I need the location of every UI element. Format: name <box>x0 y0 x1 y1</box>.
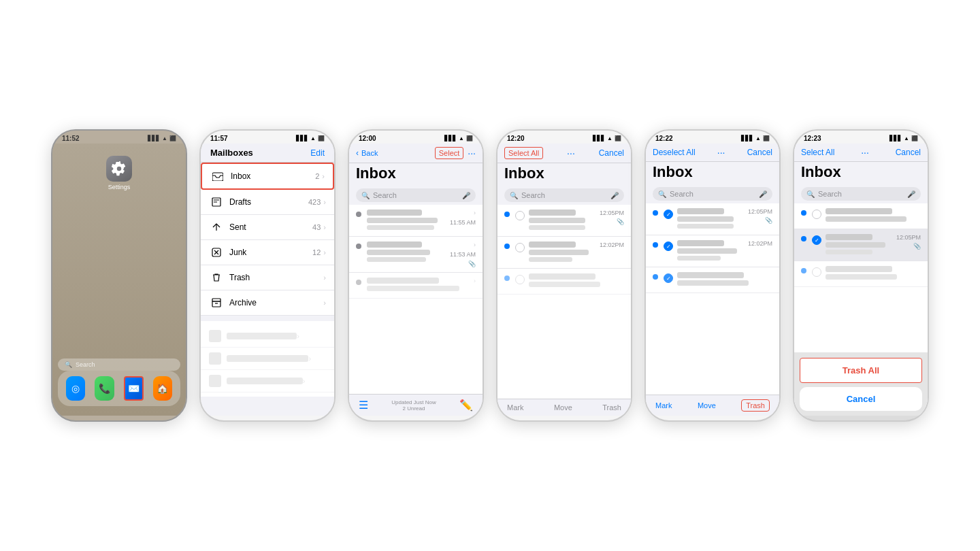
dot-col-4-3 <box>504 273 511 281</box>
email-preview-3-2 <box>367 257 426 262</box>
email-item-6-1[interactable] <box>794 203 928 229</box>
edit-button[interactable]: Edit <box>310 148 325 158</box>
circle-4-3[interactable] <box>515 275 525 284</box>
email-time-4-2: 12:02PM <box>600 241 624 248</box>
dock-mail-icon[interactable]: ✉️ <box>124 376 144 401</box>
trash-button-5[interactable]: Trash <box>741 399 770 412</box>
email-dot-3-3 <box>356 280 361 285</box>
more-button-4[interactable]: ··· <box>567 148 575 158</box>
account-rows: › › › <box>201 321 334 397</box>
email-subject-4-1 <box>529 218 585 223</box>
circle-5-2[interactable] <box>664 241 673 251</box>
circle-4-2[interactable] <box>515 243 525 252</box>
more-button-5[interactable]: ··· <box>717 147 725 158</box>
email-list-5: 12:05PM 📎 <box>646 203 779 395</box>
inbox-chevron: › <box>322 172 325 180</box>
cancel-button-6[interactable]: Cancel <box>896 148 921 157</box>
signal-icon-4: ▋▋▋ <box>593 135 605 141</box>
battery-icon-6: ⬛ <box>911 135 918 141</box>
cancel-action-button[interactable]: Cancel <box>800 387 922 411</box>
wifi-icon-1: ▲ <box>162 135 167 141</box>
mailboxes-title: Mailboxes <box>210 148 253 158</box>
email-item-5-3[interactable] <box>646 267 779 293</box>
search-label-home: Search <box>76 361 95 368</box>
email-item-4-2[interactable]: 12:02PM <box>497 237 631 269</box>
email-item-5-2[interactable]: 12:02PM <box>646 235 779 267</box>
search-bar-4[interactable]: 🔍 Search 🎤 <box>504 188 624 202</box>
more-button-6[interactable]: ··· <box>861 147 869 158</box>
sent-chevron: › <box>323 223 326 231</box>
search-bar-3[interactable]: 🔍 Search 🎤 <box>356 188 476 202</box>
email-dot-6-3 <box>801 268 806 273</box>
more-button-3[interactable]: ··· <box>468 148 476 158</box>
email-item-3-3[interactable]: › <box>349 273 483 299</box>
drafts-item[interactable]: Drafts 423 › <box>201 190 334 215</box>
check-col-4-3 <box>515 273 525 284</box>
dock-phone-icon[interactable]: 📞 <box>95 376 114 401</box>
cancel-button-4[interactable]: Cancel <box>599 148 624 158</box>
circle-5-3[interactable] <box>664 273 673 283</box>
mail-list: Inbox 2 › Drafts 423 <box>201 163 334 416</box>
search-bar-6[interactable]: 🔍 Search 🎤 <box>801 187 921 201</box>
updated-text-3: Updated Just Now <box>391 399 436 405</box>
search-bar-5[interactable]: 🔍 Search 🎤 <box>653 187 772 201</box>
phone-3-frame: 12:00 ▋▋▋ ▲ ⬛ ‹ Back Select ··· Inbox <box>348 129 484 422</box>
dock-safari-icon[interactable]: ◎ <box>66 376 85 401</box>
email-item-5-1[interactable]: 12:05PM 📎 <box>646 203 779 235</box>
trash-all-button[interactable]: Trash All <box>800 358 922 383</box>
edit-compose-icon-3[interactable]: ✏️ <box>459 399 473 412</box>
email-item-3-2[interactable]: › 11:53 AM 📎 <box>349 237 483 273</box>
select-button-3[interactable]: Select <box>435 147 464 159</box>
search-icon-4: 🔍 <box>510 192 518 199</box>
dot-col-3-1 <box>356 210 363 217</box>
circle-6-3[interactable] <box>812 267 821 277</box>
dot-col-3-2 <box>356 241 363 249</box>
unread-count-3: 2 Unread <box>403 405 425 412</box>
select-all-button-4[interactable]: Select All <box>504 147 543 159</box>
circle-4-1[interactable] <box>515 211 525 220</box>
check-col-6-3 <box>812 266 821 277</box>
settings-label: Settings <box>108 184 131 190</box>
move-button-5[interactable]: Move <box>698 401 716 410</box>
wifi-icon-5: ▲ <box>755 135 761 141</box>
mark-button-5[interactable]: Mark <box>655 401 672 410</box>
email-item-4-3[interactable] <box>497 269 631 295</box>
trash-item[interactable]: Trash › <box>201 265 334 290</box>
select-all-button-6[interactable]: Select All <box>801 148 834 157</box>
email-sender-4-2 <box>529 241 576 248</box>
junk-item[interactable]: Junk 12 › <box>201 240 334 265</box>
circle-6-1[interactable] <box>812 210 821 219</box>
move-button-4[interactable]: Move <box>554 403 572 412</box>
email-item-4-1[interactable]: 12:05PM 📎 <box>497 205 631 237</box>
wifi-icon-6: ▲ <box>904 135 909 141</box>
settings-icon-group: Settings <box>58 156 180 190</box>
sent-item[interactable]: Sent 43 › <box>201 215 334 240</box>
mic-icon-4: 🎤 <box>610 192 619 199</box>
back-button-3[interactable]: Back <box>361 149 378 157</box>
email-subject-6-3 <box>826 274 897 280</box>
inbox-item[interactable]: Inbox 2 › <box>201 163 334 190</box>
email-item-6-2[interactable]: 12:05PM 📎 <box>794 229 928 261</box>
email-item-6-3[interactable] <box>794 261 928 287</box>
deselect-all-button-5[interactable]: Deselect All <box>653 148 696 157</box>
dock-home-icon[interactable]: 🏠 <box>153 376 172 401</box>
trash-button-4[interactable]: Trash <box>602 403 621 412</box>
email-dot-4-2 <box>504 244 510 249</box>
archive-item[interactable]: Archive › <box>201 290 334 316</box>
dot-col-6-2 <box>801 234 808 241</box>
cancel-button-5[interactable]: Cancel <box>747 148 772 157</box>
mark-button-4[interactable]: Mark <box>507 403 523 412</box>
mic-icon-3: 🎤 <box>462 192 470 199</box>
email-sender-3-3 <box>367 278 439 284</box>
settings-app-icon[interactable] <box>106 156 132 182</box>
junk-icon <box>209 245 224 260</box>
compose-icon-3[interactable]: ☰ <box>359 399 368 412</box>
home-search-bar[interactable]: 🔍 Search <box>58 358 180 371</box>
email-item-3-1[interactable]: › 11:55 AM <box>349 205 483 237</box>
status-icons-3: ▋▋▋ ▲ ⬛ <box>444 135 473 141</box>
signal-icon-6: ▋▋▋ <box>889 135 902 141</box>
time-6: 12:23 <box>804 135 821 142</box>
email-time-5-2: 12:02PM <box>748 240 772 247</box>
circle-5-1[interactable] <box>664 210 673 219</box>
circle-6-2[interactable] <box>812 235 821 245</box>
